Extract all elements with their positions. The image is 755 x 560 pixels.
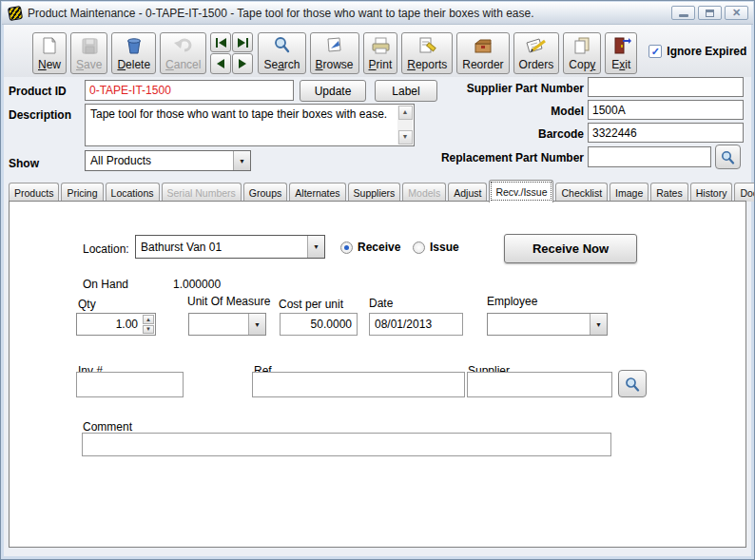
supplier-part-number-input[interactable] <box>588 77 744 97</box>
magnifier-icon <box>625 377 640 392</box>
update-button[interactable]: Update <box>300 80 366 102</box>
show-dropdown[interactable]: All Products ▼ <box>85 150 251 171</box>
orders-button[interactable]: Orders <box>513 32 560 74</box>
employee-label: Employee <box>487 295 537 308</box>
description-textarea[interactable]: Tape tool for those who want to tape the… <box>85 104 415 146</box>
supplier-input[interactable] <box>467 372 612 397</box>
title-bar: Product Maintenance - 0-TAPE-IT-1500 - T… <box>2 2 753 25</box>
tab-locations[interactable]: Locations <box>106 183 160 202</box>
cancel-button: Cancel <box>160 32 206 74</box>
reports-button-label: Reports <box>407 58 447 71</box>
comment-label: Comment <box>83 420 132 434</box>
barcode-input[interactable] <box>588 123 744 143</box>
browse-icon <box>324 35 345 56</box>
exit-button[interactable]: Exit <box>605 32 637 74</box>
copy-button[interactable]: Copy <box>563 32 601 74</box>
checkmark-icon: ✓ <box>651 46 660 58</box>
barcode-label: Barcode <box>413 127 584 141</box>
save-floppy-icon <box>79 35 100 56</box>
tab-recv-issue[interactable]: Recv./Issue <box>489 180 553 203</box>
tab-groups[interactable]: Groups <box>243 183 287 202</box>
exit-button-label: Exit <box>611 58 630 71</box>
ignore-expired-checkbox[interactable]: ✓ <box>649 45 662 58</box>
comment-input[interactable] <box>82 433 611 456</box>
supplier-part-number-label: Supplier Part Number <box>413 82 584 95</box>
employee-dropdown-arrow-icon[interactable]: ▼ <box>590 314 607 335</box>
reorder-box-icon <box>473 35 494 56</box>
browse-button-label: Browse <box>316 58 354 71</box>
minimize-button[interactable] <box>671 6 695 20</box>
tab-checklist[interactable]: Checklist <box>555 183 608 202</box>
location-dropdown-value: Bathurst Van 01 <box>141 241 222 254</box>
quantity-stepper[interactable]: 1.00 ▲ ▼ <box>76 313 156 336</box>
replacement-search-button[interactable] <box>715 145 741 169</box>
tab-documents[interactable]: Documents <box>734 183 755 202</box>
reports-icon <box>416 35 437 56</box>
scroll-down-icon[interactable]: ▼ <box>398 130 413 145</box>
window-title: Product Maintenance - 0-TAPE-IT-1500 - T… <box>28 7 671 20</box>
receive-now-button[interactable]: Receive Now <box>504 234 637 263</box>
search-button[interactable]: Search <box>258 32 305 74</box>
issue-radio[interactable]: Issue <box>413 241 459 254</box>
spinner-up-icon[interactable]: ▲ <box>143 315 154 324</box>
last-record-button[interactable] <box>232 32 253 52</box>
location-label: Location: <box>83 242 129 256</box>
reports-button[interactable]: Reports <box>401 32 453 74</box>
unit-of-measure-dropdown[interactable]: ▼ <box>188 313 266 336</box>
issue-radio-label: Issue <box>430 241 459 254</box>
spinner-down-icon[interactable]: ▼ <box>143 325 154 335</box>
close-icon: ✕ <box>732 8 741 18</box>
description-scrollbar[interactable]: ▲ ▼ <box>397 106 413 145</box>
location-dropdown[interactable]: Bathurst Van 01 ▼ <box>135 235 325 259</box>
show-dropdown-arrow-icon[interactable]: ▼ <box>233 151 250 170</box>
tab-adjust[interactable]: Adjust <box>448 183 487 202</box>
reorder-button[interactable]: Reorder <box>456 32 509 74</box>
tab-models: Models <box>402 183 446 202</box>
delete-button[interactable]: Delete <box>111 32 156 74</box>
new-button[interactable]: New <box>32 32 67 74</box>
qty-label: Qty <box>78 298 96 311</box>
next-record-button[interactable] <box>232 53 253 74</box>
tab-history[interactable]: History <box>690 183 733 202</box>
date-input[interactable] <box>369 313 463 336</box>
maximize-icon <box>706 10 714 17</box>
print-printer-icon <box>370 35 391 56</box>
orders-button-label: Orders <box>519 58 554 71</box>
search-button-label: Search <box>263 58 300 71</box>
new-button-label: New <box>38 58 61 71</box>
show-dropdown-value: All Products <box>90 154 151 167</box>
browse-button[interactable]: Browse <box>310 32 359 74</box>
cost-per-unit-input[interactable] <box>280 313 358 336</box>
issue-radio-icon <box>413 241 425 254</box>
tab-suppliers[interactable]: Suppliers <box>348 183 401 202</box>
on-hand-label: On Hand <box>83 278 128 291</box>
receive-radio[interactable]: Receive <box>340 241 400 254</box>
scroll-up-icon[interactable]: ▲ <box>398 106 413 120</box>
print-button[interactable]: Print <box>363 32 398 74</box>
product-id-label: Product ID <box>9 85 67 98</box>
uom-dropdown-arrow-icon[interactable]: ▼ <box>248 314 265 335</box>
tab-products[interactable]: Products <box>9 183 59 202</box>
description-text: Tape tool for those who want to tape the… <box>90 107 387 121</box>
header-form: Product ID Update Label Description Tape… <box>4 77 751 178</box>
replacement-part-number-input[interactable] <box>588 146 711 167</box>
maximize-button[interactable] <box>698 6 722 20</box>
tab-alternates[interactable]: Alternates <box>289 183 345 202</box>
model-input[interactable] <box>588 100 744 120</box>
tab-image[interactable]: Image <box>610 183 649 202</box>
client-area: New Save Delete Cancel <box>4 25 751 556</box>
close-button[interactable]: ✕ <box>725 6 748 20</box>
location-dropdown-arrow-icon[interactable]: ▼ <box>307 236 324 258</box>
tab-rates[interactable]: Rates <box>650 183 687 202</box>
ref-input[interactable] <box>252 372 465 397</box>
first-record-button[interactable] <box>210 32 231 52</box>
product-id-input[interactable] <box>85 80 294 101</box>
tab-pricing[interactable]: Pricing <box>61 183 103 202</box>
delete-bucket-icon <box>124 35 145 56</box>
supplier-search-button[interactable] <box>618 370 647 397</box>
receive-radio-icon <box>340 241 353 254</box>
qty-value: 1.00 <box>77 318 142 331</box>
previous-record-button[interactable] <box>210 53 231 74</box>
inv-number-input[interactable] <box>76 372 184 397</box>
employee-dropdown[interactable]: ▼ <box>487 313 608 336</box>
